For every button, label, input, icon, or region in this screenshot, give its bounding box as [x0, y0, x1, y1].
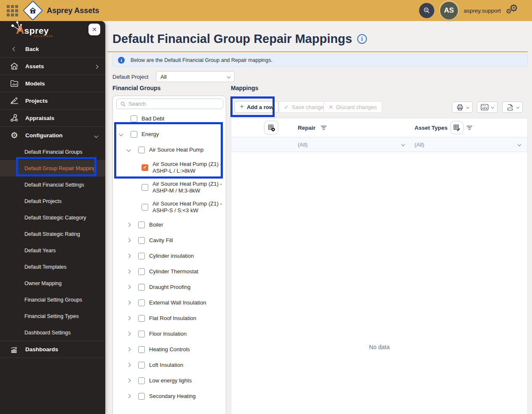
default-project-label: Default Project	[112, 74, 148, 80]
checkbox[interactable]	[142, 204, 148, 211]
sidebar-item-projects[interactable]: Projects	[0, 92, 105, 109]
discard-changes-button[interactable]: ✕ Discard changes	[323, 101, 382, 113]
sidebar-item-default-strategic-rating[interactable]: Default Strategic Rating	[0, 226, 105, 242]
grid-filter-row: (All) (All)	[231, 137, 527, 152]
checkbox[interactable]	[138, 393, 145, 400]
tree-item-loft-insulation[interactable]: Loft Insulation	[113, 357, 226, 373]
tree-item-cavity-fill[interactable]: Cavity Fill	[113, 232, 226, 248]
checkbox[interactable]	[138, 284, 145, 291]
sidebar-item-default-templates[interactable]: Default Templates	[0, 259, 105, 275]
apps-grid-icon[interactable]	[7, 5, 18, 16]
sidebar-item-default-projects[interactable]: Default Projects	[0, 193, 105, 209]
checkbox[interactable]	[138, 331, 145, 337]
tree-item-secondary-heating[interactable]: Secondary Heating	[113, 388, 226, 404]
tree-item-floor-insulation[interactable]: Floor Insulation	[113, 326, 226, 342]
chevron-right-icon[interactable]	[127, 223, 131, 227]
chevron-right-icon[interactable]	[127, 379, 131, 383]
chevron-right-icon[interactable]	[127, 332, 131, 336]
checkbox[interactable]	[138, 377, 145, 384]
checkbox[interactable]	[138, 222, 145, 228]
sidebar-item-owner-mapping[interactable]: Owner Mapping	[0, 275, 105, 291]
column-header-repair[interactable]: Repair	[298, 125, 315, 131]
chevron-right-icon[interactable]	[127, 270, 131, 274]
filter-icon[interactable]	[321, 126, 327, 130]
sidebar-item-back[interactable]: Back	[0, 40, 105, 57]
tree-item-external-wall-insulation[interactable]: External Wall Insulation	[113, 295, 226, 310]
repair-filter-select[interactable]: (All)	[298, 142, 411, 148]
grid-body: No data	[231, 152, 527, 414]
delete-column-icon[interactable]	[265, 121, 278, 134]
avatar[interactable]: AS	[440, 2, 458, 19]
chevron-right-icon[interactable]	[127, 394, 131, 398]
chevron-right-icon[interactable]	[127, 347, 131, 352]
sidebar-item-default-strategic-category[interactable]: Default Strategic Category	[0, 209, 105, 226]
tree-item-energy[interactable]: Energy	[113, 126, 226, 142]
asset-types-filter-select[interactable]: (All)	[414, 142, 527, 148]
sidebar-item-models[interactable]: Models	[0, 75, 105, 92]
tree-item-cylinder-insulation[interactable]: Cylinder insulation	[113, 248, 226, 264]
checkbox[interactable]	[131, 131, 137, 138]
filter-icon[interactable]	[466, 126, 473, 130]
tree-item-ashp-m[interactable]: Air Source Heat Pump (Z1) - ASHP-M / M:3…	[113, 177, 226, 197]
chevron-right-icon[interactable]	[127, 238, 131, 243]
sidebar-item-default-financial-settings[interactable]: Default Financial Settings	[0, 176, 105, 193]
tree-item-cylinder-thermostat[interactable]: Cylinder Thermostat	[113, 264, 226, 279]
checkbox[interactable]	[138, 362, 145, 369]
export-code-button[interactable]	[477, 101, 497, 113]
sidebar-item-default-group-repair-mapping[interactable]: Default Group Repair Mapping	[0, 160, 105, 176]
checkbox[interactable]	[138, 147, 145, 153]
sidebar-item-dashboard-settings[interactable]: Dashboard Settings	[0, 324, 105, 341]
tree-item-flat-roof-insulation[interactable]: Flat Roof Insulation	[113, 310, 226, 326]
close-icon[interactable]: ✕	[88, 24, 100, 35]
search-input[interactable]	[128, 101, 213, 107]
chevron-right-icon[interactable]	[127, 316, 131, 321]
sidebar-item-assets[interactable]: Assets	[0, 57, 105, 75]
mappings-title: Mappings	[231, 85, 258, 91]
checkbox[interactable]	[138, 268, 145, 275]
chevron-down-icon[interactable]	[119, 132, 123, 136]
column-header-asset-types[interactable]: Asset Types	[414, 125, 448, 131]
sidebar-item-dashboards[interactable]: Dashboards	[0, 341, 105, 358]
sidebar-item-configuration[interactable]: ⚙ Configuration	[0, 126, 105, 144]
info-banner: i Below are the Default Financial Group …	[112, 54, 528, 67]
tree-item-draught-proofing[interactable]: Draught Proofing	[113, 279, 226, 295]
sidebar-item-financial-setting-groups[interactable]: Financial Setting Groups	[0, 291, 105, 308]
sidebar-item-appraisals[interactable]: Appraisals	[0, 109, 105, 126]
tree-item-air-source-heat-pump[interactable]: Air Source Heat Pump	[113, 142, 226, 158]
sidebar-item-label: Back	[25, 46, 39, 52]
checkbox[interactable]	[131, 115, 137, 122]
chevron-down-icon[interactable]	[127, 148, 131, 152]
chevron-right-icon	[95, 62, 98, 70]
checkbox[interactable]	[138, 315, 145, 322]
tree-item-heating-controls[interactable]: Heating Controls	[113, 342, 226, 357]
print-button[interactable]	[452, 101, 473, 113]
checkbox[interactable]	[142, 184, 148, 191]
tree-item-ashp-l[interactable]: ✓ Air Source Heat Pump (Z1) - ASHP-L / L…	[113, 158, 226, 177]
discard-x-icon: ✕	[329, 104, 333, 110]
edit-column-icon[interactable]	[451, 122, 463, 134]
sidebar-item-financial-setting-types[interactable]: Financial Setting Types	[0, 308, 105, 324]
tree-item-boiler[interactable]: Boiler	[113, 217, 226, 232]
print-icon	[456, 104, 464, 111]
checkbox[interactable]	[138, 299, 145, 306]
settings-gears-icon[interactable]: ⚙ ⚙	[507, 3, 521, 18]
tree-item-bad-debt[interactable]: Bad Debt	[113, 111, 226, 126]
sidebar-item-default-years[interactable]: Default Years	[0, 242, 105, 259]
tree-item-low-energy-lights[interactable]: Low energy lights	[113, 373, 226, 388]
chevron-right-icon[interactable]	[127, 285, 131, 289]
add-row-button[interactable]: + Add a row	[235, 101, 278, 113]
chevron-right-icon[interactable]	[127, 301, 131, 305]
export-file-button[interactable]	[502, 101, 523, 113]
checkbox[interactable]	[138, 253, 145, 259]
sidebar-item-default-financial-groups[interactable]: Default Financial Groups	[0, 144, 105, 160]
search-icon[interactable]	[419, 3, 434, 18]
chevron-right-icon[interactable]	[127, 363, 131, 367]
chevron-right-icon[interactable]	[127, 254, 131, 258]
tree-item-ashp-s[interactable]: Air Source Heat Pump (Z1) - ASHP-S / S:<…	[113, 197, 226, 217]
checkbox[interactable]	[138, 346, 145, 353]
info-icon[interactable]: i	[357, 34, 367, 44]
home-icon[interactable]	[23, 0, 43, 21]
checkbox[interactable]	[138, 237, 145, 244]
default-project-select[interactable]: All	[156, 71, 235, 82]
checkbox-checked[interactable]: ✓	[142, 164, 148, 171]
